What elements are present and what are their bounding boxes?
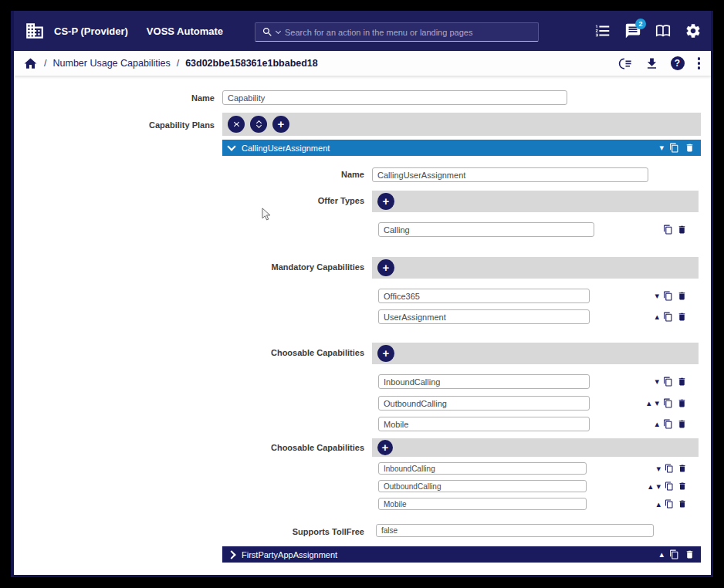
move-up-button[interactable]: ▴	[659, 550, 664, 559]
item-input[interactable]	[378, 462, 587, 475]
supports-tollfree-label: Supports TollFree	[14, 527, 364, 536]
transaction-list-button[interactable]	[594, 22, 611, 39]
book-icon	[655, 22, 672, 39]
move-down-button[interactable]: ▾	[655, 399, 659, 407]
item-input[interactable]	[378, 289, 590, 303]
add-item-button[interactable]: +	[377, 193, 394, 210]
transaction-log-icon[interactable]	[618, 56, 633, 71]
expand-all-button[interactable]	[250, 116, 267, 133]
copy-icon[interactable]	[665, 482, 674, 491]
add-item-button[interactable]: +	[377, 440, 393, 455]
gear-icon	[685, 22, 702, 39]
move-up-button[interactable]: ▴	[656, 500, 661, 509]
delete-icon[interactable]	[677, 225, 687, 235]
add-item-button[interactable]: +	[377, 259, 394, 276]
item-input[interactable]	[378, 480, 587, 492]
copy-icon[interactable]	[669, 549, 679, 559]
copy-icon[interactable]	[663, 225, 673, 235]
supports-tollfree-input[interactable]	[376, 524, 654, 537]
move-up-button[interactable]: ▴	[655, 420, 659, 428]
section-label: Mandatory Capabilities	[14, 262, 364, 272]
search-input[interactable]	[283, 27, 502, 38]
move-down-button[interactable]: ▾	[655, 377, 659, 386]
plan-title: CallingUserAssignment	[242, 144, 330, 153]
offer-types-toolbar: +	[372, 191, 699, 212]
item-input[interactable]	[378, 396, 590, 411]
chevron-right-icon[interactable]	[227, 550, 235, 559]
move-down-button[interactable]: ▾	[656, 465, 661, 473]
home-icon[interactable]	[23, 56, 38, 71]
copy-icon[interactable]	[663, 291, 673, 301]
copy-icon[interactable]	[665, 464, 674, 473]
brand: CS-P (Provider) VOSS Automate	[23, 11, 223, 51]
item-input[interactable]	[378, 417, 590, 431]
breadcrumb-record-id: 63d02bbe158361e1bbabed18	[185, 58, 318, 69]
move-up-button[interactable]: ▴	[647, 399, 651, 407]
app-window: CS-P (Provider) VOSS Automate 2	[11, 11, 713, 577]
search-icon	[262, 26, 273, 38]
section-label: Choosable Capabilities	[14, 443, 364, 452]
delete-icon[interactable]	[685, 549, 695, 559]
list-item: ▾	[378, 462, 687, 475]
delete-icon[interactable]	[678, 464, 687, 473]
chevron-down-icon[interactable]	[227, 142, 235, 150]
move-down-button[interactable]: ▾	[659, 144, 664, 152]
delete-icon[interactable]	[678, 499, 687, 509]
move-down-button[interactable]: ▾	[656, 482, 661, 491]
item-input[interactable]	[378, 309, 590, 324]
name-input[interactable]	[222, 90, 567, 105]
delete-icon[interactable]	[677, 398, 687, 408]
add-plan-button[interactable]: +	[272, 116, 289, 133]
plan-header-callinguserassignment[interactable]: CallingUserAssignment ▾	[222, 140, 701, 156]
delete-icon[interactable]	[677, 312, 687, 322]
capability-plans-toolbar: +	[222, 113, 701, 136]
copy-icon[interactable]	[669, 143, 679, 153]
action-search[interactable]	[255, 22, 539, 42]
organization-icon[interactable]	[23, 19, 46, 42]
list-item: ▴	[378, 498, 687, 510]
app-header: CS-P (Provider) VOSS Automate 2	[14, 11, 711, 51]
delete-icon[interactable]	[677, 291, 687, 301]
help-button[interactable]: ?	[671, 56, 685, 70]
choosable-capabilities-toolbar: +	[372, 438, 699, 457]
plan-header-firstpartyappassignment[interactable]: FirstPartyAppAssignment ▴	[222, 546, 701, 563]
breadcrumb-section[interactable]: Number Usage Capabilities	[52, 58, 170, 69]
copy-icon[interactable]	[663, 377, 673, 387]
add-item-button[interactable]: +	[377, 345, 394, 362]
item-input[interactable]	[378, 374, 590, 389]
plan-name-input[interactable]	[372, 167, 648, 182]
collapse-all-button[interactable]	[228, 116, 245, 133]
kebab-menu-icon[interactable]	[696, 56, 702, 71]
list-item: ▴	[378, 417, 687, 431]
name-label: Name	[14, 93, 215, 103]
copy-icon[interactable]	[663, 419, 673, 429]
copy-icon[interactable]	[663, 312, 673, 322]
export-download-icon[interactable]	[644, 56, 659, 71]
search-scope-chevron-icon[interactable]	[276, 28, 281, 33]
documentation-button[interactable]	[655, 22, 672, 39]
section-label: Offer Types	[14, 196, 364, 205]
mouse-cursor	[262, 208, 272, 222]
product-title: VOSS Automate	[147, 25, 223, 37]
move-up-button[interactable]: ▴	[648, 482, 653, 491]
copy-icon[interactable]	[665, 499, 674, 509]
delete-icon[interactable]	[677, 419, 687, 429]
capability-plans-label: Capability Plans	[14, 120, 215, 130]
item-input[interactable]	[378, 222, 594, 237]
list-item: ▾	[378, 289, 687, 303]
copy-icon[interactable]	[663, 398, 673, 408]
delete-icon[interactable]	[677, 377, 687, 387]
organization-name: CS-P (Provider)	[54, 25, 128, 37]
move-up-button[interactable]: ▴	[655, 313, 659, 321]
item-input[interactable]	[378, 498, 587, 510]
notifications-button[interactable]: 2	[624, 22, 641, 39]
numbered-list-icon	[594, 22, 611, 39]
settings-button[interactable]	[685, 22, 702, 39]
list-item	[378, 222, 687, 237]
delete-icon[interactable]	[678, 482, 687, 491]
notification-badge: 2	[635, 19, 646, 29]
plan-title: FirstPartyAppAssignment	[242, 550, 337, 559]
move-down-button[interactable]: ▾	[655, 292, 659, 300]
delete-icon[interactable]	[685, 143, 695, 153]
breadcrumb: / Number Usage Capabilities / 63d02bbe15…	[14, 56, 318, 71]
